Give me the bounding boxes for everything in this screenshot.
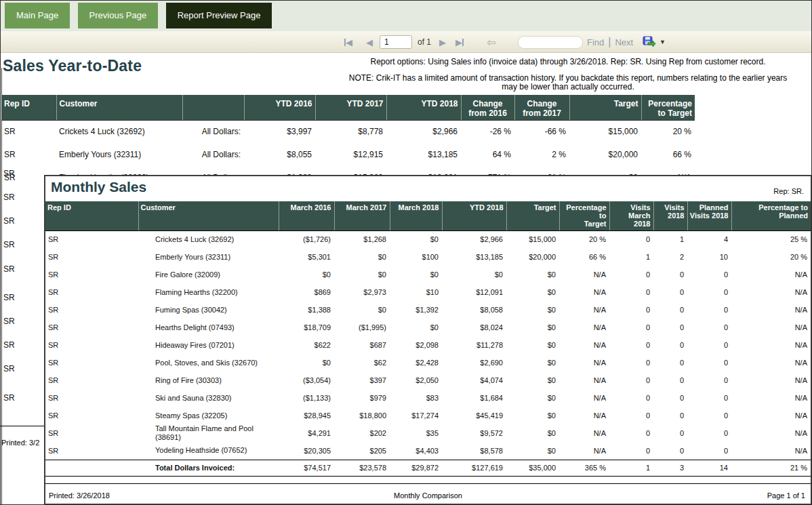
cell: $0 — [442, 266, 506, 283]
first-page-icon[interactable]: ◀ — [344, 31, 352, 53]
cell: 0 — [653, 354, 687, 371]
monthly-rep-label: Rep: SR. — [773, 187, 804, 195]
cell: $12,915 — [315, 143, 386, 166]
cell: SR — [1, 120, 56, 143]
cell: $83 — [390, 389, 442, 407]
cell: $9,572 — [442, 424, 506, 442]
next-link[interactable]: Next — [615, 37, 633, 47]
cell: Flaming Hearths (32200) — [138, 283, 279, 301]
cell: 0 — [687, 371, 731, 389]
cell: $10 — [390, 283, 442, 301]
cell: 0 — [609, 407, 653, 424]
cell: $18,800 — [334, 407, 390, 424]
cell: $45,419 — [442, 407, 506, 424]
cell: Tall Mountain Flame and Pool (38691) — [138, 424, 279, 442]
col-header: YTD 2016 — [244, 95, 315, 120]
cell: 0 — [609, 389, 653, 407]
main-page-button[interactable]: Main Page — [5, 3, 70, 28]
cell: $4,074 — [442, 371, 506, 389]
cell: 4 — [687, 230, 731, 248]
cell: 0 — [653, 407, 687, 424]
cell: $2,966 — [442, 230, 506, 248]
cell: 0 — [609, 336, 653, 354]
cell: $8,778 — [315, 120, 386, 143]
footer-page-label: Page 1 of 1 — [767, 491, 805, 500]
col-header: YTD 2018 — [442, 201, 506, 230]
cell: SR — [45, 389, 138, 407]
cell: N/A — [731, 424, 811, 442]
cell: $74,517 — [279, 460, 334, 476]
cell: N/A — [731, 319, 811, 336]
cell: 0 — [687, 442, 731, 460]
cell: 25 % — [731, 230, 811, 248]
report-preview-page-button[interactable]: Report Preview Page — [166, 3, 272, 28]
cell: SR — [45, 371, 138, 389]
cell: $8,055 — [244, 143, 315, 166]
cell: N/A — [731, 389, 811, 407]
table-row: SRFire Galore (32009)$0$0$0$0$0N/A000N/A — [45, 266, 811, 283]
cell: $28,945 — [279, 407, 334, 424]
footer-report-name: Monthly Comparison — [45, 491, 811, 500]
cell: Pool, Stoves, and Skis (32670) — [138, 354, 279, 371]
previous-page-button[interactable]: Previous Page — [78, 3, 159, 28]
table-row: SREmberly Yours (32311)$5,301$0$100$13,1… — [45, 248, 811, 266]
find-link[interactable]: Find — [587, 37, 604, 47]
export-caret-icon[interactable]: ▼ — [659, 39, 666, 45]
cell: $11,278 — [442, 336, 506, 354]
repid-cell: SR — [3, 340, 15, 350]
page-number-input[interactable] — [380, 35, 412, 49]
monthly-header-row: Rep ID Customer March 2016 March 2017 Ma… — [45, 201, 811, 230]
cell: N/A — [559, 336, 609, 354]
cell: $0 — [390, 230, 442, 248]
col-header: Rep ID — [45, 201, 138, 230]
cell: $20,000 — [569, 143, 641, 166]
cell: N/A — [731, 283, 811, 301]
cell: $0 — [506, 407, 559, 424]
next-page-icon[interactable]: ▶ — [439, 31, 446, 53]
back-to-parent-icon[interactable]: ⇦ — [487, 31, 495, 53]
cell — [45, 460, 138, 476]
col-header — [182, 95, 244, 120]
ytd-printed-label: Printed: 3/2 — [1, 439, 43, 447]
col-header: March 2016 — [279, 201, 334, 230]
repid-cell: SR — [3, 193, 15, 202]
repid-cell: SR — [3, 216, 15, 226]
col-header: Customer — [138, 201, 279, 230]
col-header: Customer — [56, 95, 182, 120]
cell: All Dollars: — [182, 120, 244, 143]
table-row: SRHearths Delight (07493)$18,709($1,995)… — [45, 319, 811, 336]
col-header: Change from 2016 — [461, 95, 514, 120]
cell: 64 % — [461, 143, 514, 166]
col-header: March 2018 — [390, 201, 442, 230]
cell: 66 % — [559, 248, 609, 266]
cell: -66 % — [514, 120, 569, 143]
cell: $13,185 — [442, 248, 506, 266]
table-row: SRHideaway Fires (07201)$622$687$2,098$1… — [45, 336, 811, 354]
cell: 0 — [687, 354, 731, 371]
cell: $2,098 — [390, 336, 442, 354]
cell: $0 — [506, 266, 559, 283]
cell: $2,966 — [386, 120, 461, 143]
find-next-links: Find | Next — [587, 31, 633, 53]
repid-cell: SR — [3, 169, 15, 178]
col-header: Visits 2018 — [653, 201, 687, 230]
search-input[interactable] — [518, 36, 583, 49]
cell: 0 — [609, 319, 653, 336]
last-page-icon[interactable]: ▶ — [455, 31, 464, 53]
cell: 1 — [653, 230, 687, 248]
monthly-report-bottom-line — [45, 483, 811, 484]
table-row: SRCrickets 4 Luck (32692)($1,726)$1,268$… — [45, 230, 811, 248]
cell: $15,000 — [569, 120, 641, 143]
col-header: Target — [506, 201, 559, 230]
cell: 2 % — [514, 143, 569, 166]
cell: $0 — [279, 354, 334, 371]
monthly-report-title: Monthly Sales — [51, 179, 146, 195]
cell: 0 — [609, 283, 653, 301]
prev-page-icon[interactable]: ◀ — [366, 31, 373, 53]
export-icon[interactable]: ▼ — [643, 31, 666, 53]
cell: 0 — [609, 354, 653, 371]
col-header: Percentage to Planned — [731, 201, 811, 230]
cell: $622 — [279, 336, 334, 354]
cell: Emberly Yours (32311) — [138, 248, 279, 266]
cell: $15,000 — [506, 230, 559, 248]
